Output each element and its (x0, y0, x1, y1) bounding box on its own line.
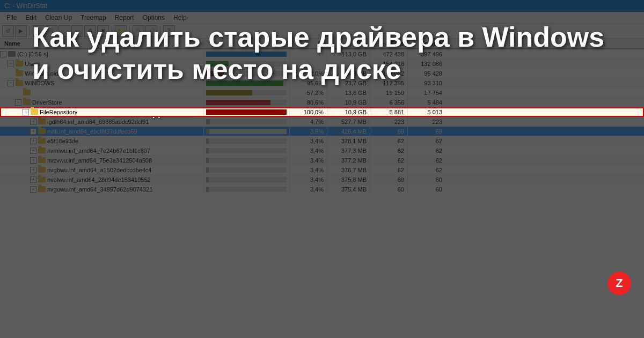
folder-icon (31, 109, 38, 115)
overlay-title: Как удалить старые драйвера в Windows и … (32, 21, 612, 86)
dark-overlay: Как удалить старые драйвера в Windows и … (0, 0, 644, 338)
row-files: 5 881 (370, 107, 408, 116)
row-name-text: FileRepository (40, 109, 77, 115)
row-bar (204, 107, 290, 116)
row-folders: 5 013 (408, 107, 445, 116)
zen-badge: Z (608, 271, 631, 295)
expand-button[interactable]: − (23, 109, 29, 115)
row-pct: 100,0% (290, 107, 327, 116)
table-row[interactable]: −FileRepository100,0%10,9 GB5 8815 013 (0, 107, 644, 117)
row-size: 10,9 GB (327, 107, 370, 116)
